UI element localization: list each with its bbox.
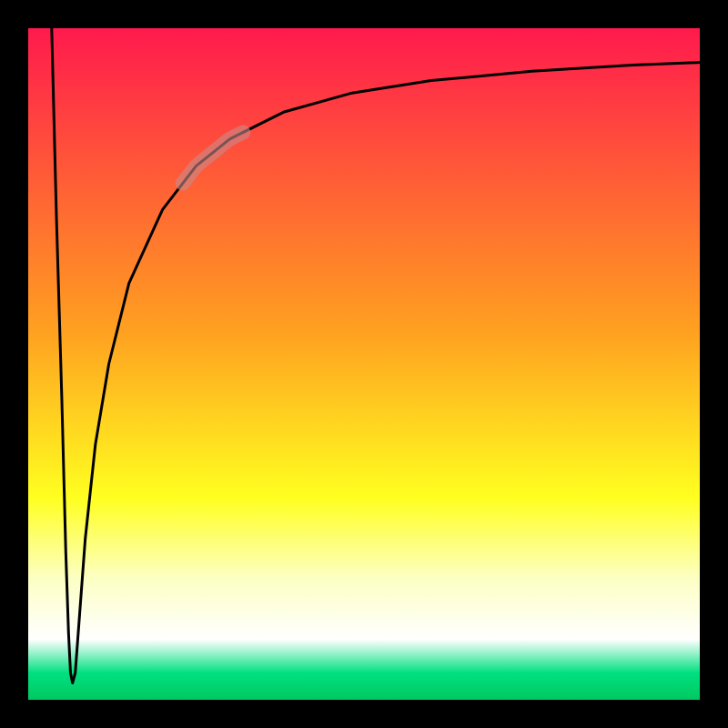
- chart-container: TheBottleneck.com: [0, 0, 728, 728]
- plot-background: [28, 28, 700, 700]
- chart-svg: [0, 0, 728, 728]
